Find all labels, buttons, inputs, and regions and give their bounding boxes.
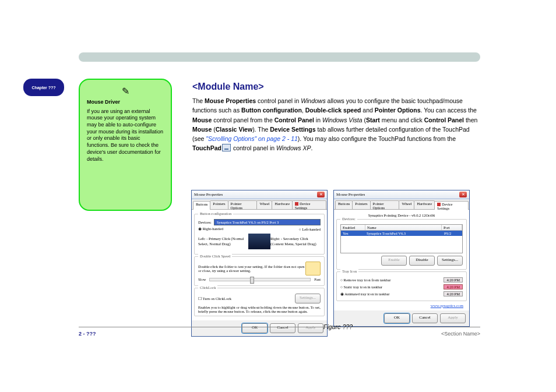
clicklock-checkbox[interactable]: ☐ Turn on ClickLock xyxy=(198,296,231,301)
control-panel-icon xyxy=(222,144,231,151)
tray-remove-radio[interactable]: ○ Remove tray icon from taskbar xyxy=(340,278,390,282)
section-name: <Section Name> xyxy=(441,331,480,337)
time-preview: 4:20 PM xyxy=(444,277,463,282)
note-title: Mouse Driver xyxy=(87,99,164,106)
page-number: 2 - ??? xyxy=(79,331,96,337)
tab-buttons[interactable]: Buttons xyxy=(335,200,353,209)
time-preview: 4:20 PM xyxy=(444,284,463,289)
left-action-text: Left: - Primary Click (Normal Select, No… xyxy=(198,236,248,246)
tab-pointers[interactable]: Pointers xyxy=(352,200,370,209)
close-icon[interactable]: ✕ xyxy=(317,192,325,197)
tab-pointer-options[interactable]: Pointer Options xyxy=(228,200,258,209)
apply-button: Apply xyxy=(440,313,466,323)
tab-hardware[interactable]: Hardware xyxy=(272,200,293,209)
folder-test-icon[interactable] xyxy=(305,262,321,276)
tab-pointer-options[interactable]: Pointer Options xyxy=(370,200,400,209)
devices-listbox[interactable]: Enabled Name Port Yes Synaptics TouchPad… xyxy=(340,224,463,253)
device-row[interactable]: Yes Synaptics TouchPad V6.3 PS/2 xyxy=(341,231,462,236)
group-label: Button configuration xyxy=(198,211,233,216)
tab-wheel[interactable]: Wheel xyxy=(256,200,272,209)
ok-button[interactable]: OK xyxy=(384,313,410,323)
disable-button[interactable]: Disable xyxy=(409,256,435,266)
clicklock-settings-button: Settings... xyxy=(295,294,321,303)
mouse-properties-dialog-buttons: Mouse Properties✕ Buttons Pointers Point… xyxy=(191,190,328,337)
enable-button: Enable xyxy=(381,256,407,266)
sidebar-note: ✎ Mouse Driver If you are using an exter… xyxy=(79,79,172,211)
dialog-tabs: Buttons Pointers Pointer Options Wheel H… xyxy=(192,199,327,210)
tab-hardware[interactable]: Hardware xyxy=(414,200,435,209)
chapter-badge: Chapter ??? xyxy=(23,79,64,96)
tab-device-settings[interactable]: Device Settings xyxy=(292,200,326,209)
chapter-header-bar xyxy=(79,52,480,62)
right-handed-radio[interactable]: ◉ Right-handed xyxy=(198,227,223,231)
devices-select[interactable]: Synaptics TouchPad V6.3 on PS/2 Port 3 xyxy=(214,219,321,225)
left-handed-radio[interactable]: ○ Left-handed xyxy=(299,227,321,231)
tab-pointers[interactable]: Pointers xyxy=(210,200,228,209)
tab-wheel[interactable]: Wheel xyxy=(399,200,414,209)
time-preview: 4:20 PM xyxy=(444,291,463,296)
tab-buttons[interactable]: Buttons xyxy=(193,201,210,210)
page-footer: 2 - ??? <Section Name> xyxy=(79,327,480,337)
mouse-properties-dialog-device-settings: Mouse Properties✕ Buttons Pointers Point… xyxy=(333,190,470,327)
dialog-titlebar[interactable]: Mouse Properties✕ xyxy=(334,190,469,199)
note-body: If you are using an external mouse your … xyxy=(87,108,164,163)
close-icon[interactable]: ✕ xyxy=(459,192,467,197)
settings-button[interactable]: Settings... xyxy=(437,256,463,266)
synaptics-link[interactable]: www.synaptics.com xyxy=(336,303,463,308)
pencil-icon: ✎ xyxy=(87,86,164,97)
tab-device-settings[interactable]: Device Settings xyxy=(434,201,469,210)
tray-static-radio[interactable]: ○ Static tray icon in taskbar xyxy=(340,285,382,289)
doubleclick-speed-slider[interactable] xyxy=(209,278,311,281)
clicklock-desc: Enables you to highlight or drag without… xyxy=(198,305,321,313)
right-action-text: Right: - Secondary Click (Context Menu, … xyxy=(270,236,321,246)
cancel-button[interactable]: Cancel xyxy=(412,313,438,323)
tray-animated-radio[interactable]: ◉ Animated tray icon in taskbar xyxy=(340,292,390,296)
body-paragraph: The Mouse Properties control panel in Wi… xyxy=(192,96,480,153)
dialog-titlebar[interactable]: Mouse Properties✕ xyxy=(192,190,327,199)
module-heading: <Module Name> xyxy=(192,82,264,92)
mouse-preview-image xyxy=(248,234,270,249)
